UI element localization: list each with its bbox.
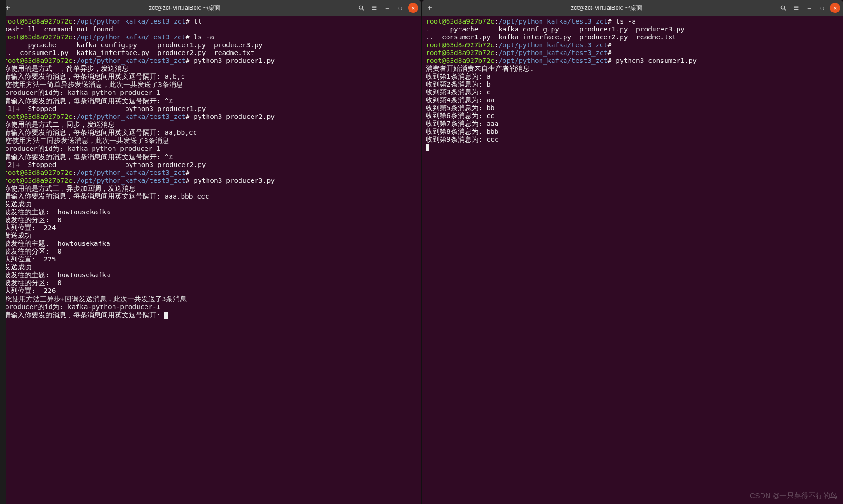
shell-prompt: root@63d8a927b72c:/opt/python_kafka/test… xyxy=(4,18,190,25)
output-line: 队列位置: 224 xyxy=(4,224,56,231)
output-line: 发送成功 xyxy=(4,232,31,239)
command-text: python3 producer2.py xyxy=(194,113,275,120)
window-title: zct@zct-VirtualBox: ~/桌面 xyxy=(17,4,352,12)
output-line: 消费者开始消费来自生产者的消息: xyxy=(426,65,534,72)
highlight-line: 您使用方法三异步+回调发送消息，此次一共发送了3条消息 xyxy=(5,295,187,303)
shell-prompt: root@63d8a927b72c:/opt/python_kafka/test… xyxy=(426,57,612,64)
output-line: .. consumer1.py kafka_interface.py produ… xyxy=(426,33,676,41)
output-line: 请输入你要发的消息，每条消息间用英文逗号隔开: a,b,c xyxy=(4,73,185,80)
output-line: 被发往的分区: 0 xyxy=(4,248,62,255)
svg-point-1 xyxy=(781,6,785,9)
output-line: 发送成功 xyxy=(4,200,31,208)
highlight-box-green: 您使用方法二同步发送消息，此次一共发送了3条消息producer的id为: ka… xyxy=(4,137,170,153)
output-line: 被发往的主题: howtousekafka xyxy=(4,271,110,279)
output-line: 请输入你要发的消息，每条消息间用英文逗号隔开: aa,bb,cc xyxy=(4,129,197,136)
output-line: 队列位置: 225 xyxy=(4,255,56,263)
terminal-window-left: zct@zct-VirtualBox: ~/桌面 – ▢ ✕ root@63d8… xyxy=(0,0,421,504)
output-line: . __pycache__ kafka_config.py producer1.… xyxy=(4,41,263,49)
shell-prompt: root@63d8a927b72c:/opt/python_kafka/test… xyxy=(4,169,190,176)
terminal-window-right: zct@zct-VirtualBox: ~/桌面 – ▢ ✕ root@63d8… xyxy=(422,0,843,504)
output-line: [2]+ Stopped python3 producer2.py xyxy=(4,161,206,168)
output-line: 被发往的分区: 0 xyxy=(4,279,62,286)
titlebar-right: zct@zct-VirtualBox: ~/桌面 – ▢ ✕ xyxy=(422,0,843,16)
menu-button[interactable] xyxy=(791,3,801,13)
shell-prompt: root@63d8a927b72c:/opt/python_kafka/test… xyxy=(4,177,190,184)
output-line: . __pycache__ kafka_config.py producer1.… xyxy=(426,25,685,33)
hamburger-icon xyxy=(793,5,799,11)
maximize-button[interactable]: ▢ xyxy=(395,3,405,13)
output-line: 你使用的是方式一，简单异步，发送消息 xyxy=(4,65,129,72)
command-text: python3 producer1.py xyxy=(194,57,275,64)
output-line: 被发往的主题: howtousekafka xyxy=(4,208,110,216)
highlight-line: 您使用方法二同步发送消息，此次一共发送了3条消息 xyxy=(5,137,169,145)
highlight-line: producer的id为: kafka-python-producer-1 xyxy=(5,89,183,97)
output-line: bash: ll: command not found xyxy=(4,25,113,33)
command-text: python3 producer3.py xyxy=(194,177,275,184)
search-icon xyxy=(780,5,786,11)
search-button[interactable] xyxy=(778,3,788,13)
output-line: 你使用的是方式三，异步加回调，发送消息 xyxy=(4,185,136,192)
command-text: ls -a xyxy=(194,33,214,41)
output-line: 队列位置: 226 xyxy=(4,287,56,294)
output-line: 你使用的是方式二，同步，发送消息 xyxy=(4,121,115,128)
output-line: 收到第7条消息为: aaa xyxy=(426,120,498,127)
search-button[interactable] xyxy=(356,3,366,13)
output-line: .. consumer1.py kafka_interface.py produ… xyxy=(4,49,254,56)
output-line: 发送成功 xyxy=(4,263,31,271)
output-line: 请输入你要发的消息，每条消息间用英文逗号隔开: ^Z xyxy=(4,153,173,161)
highlight-line: producer的id为: kafka-python-producer-1 xyxy=(5,145,169,153)
watermark: CSDN @一只菜得不行的鸟 xyxy=(750,492,837,500)
shell-prompt: root@63d8a927b72c:/opt/python_kafka/test… xyxy=(4,113,190,120)
minimize-button[interactable]: – xyxy=(804,3,814,13)
close-button[interactable]: ✕ xyxy=(830,3,840,13)
menu-button[interactable] xyxy=(369,3,379,13)
hamburger-icon xyxy=(371,5,377,11)
new-tab-button[interactable] xyxy=(425,3,435,13)
command-text: python3 consumer1.py xyxy=(616,57,697,64)
shell-prompt: root@63d8a927b72c:/opt/python_kafka/test… xyxy=(426,18,612,25)
shell-prompt: root@63d8a927b72c:/opt/python_kafka/test… xyxy=(426,41,612,49)
highlight-box-red: 您使用方法一简单异步发送消息，此次一共发送了3条消息producer的id为: … xyxy=(4,81,184,97)
output-line: 请输入你要发的消息，每条消息间用英文逗号隔开: aaa,bbb,ccc xyxy=(4,193,209,200)
highlight-box-blue: 您使用方法三异步+回调发送消息，此次一共发送了3条消息producer的id为:… xyxy=(4,295,188,311)
cursor xyxy=(426,144,429,151)
output-line: 收到第8条消息为: bbb xyxy=(426,128,498,135)
titlebar-left: zct@zct-VirtualBox: ~/桌面 – ▢ ✕ xyxy=(0,0,421,16)
cursor xyxy=(164,312,168,319)
terminal-body-left[interactable]: root@63d8a927b72c:/opt/python_kafka/test… xyxy=(0,16,421,504)
output-line: [1]+ Stopped python3 producer1.py xyxy=(4,105,206,112)
output-line: 收到第6条消息为: cc xyxy=(426,112,495,119)
close-button[interactable]: ✕ xyxy=(408,3,418,13)
shell-prompt: root@63d8a927b72c:/opt/python_kafka/test… xyxy=(4,57,190,64)
minimize-button[interactable]: – xyxy=(382,3,392,13)
plus-icon xyxy=(427,5,433,11)
output-line: 收到第5条消息为: bb xyxy=(426,104,495,112)
output-line: 收到第4条消息为: aa xyxy=(426,96,495,104)
highlight-line: 您使用方法一简单异步发送消息，此次一共发送了3条消息 xyxy=(5,81,183,89)
output-line: 收到第9条消息为: ccc xyxy=(426,136,498,143)
terminal-body-right[interactable]: root@63d8a927b72c:/opt/python_kafka/test… xyxy=(422,16,843,504)
output-line: 请输入你要发的消息，每条消息间用英文逗号隔开: xyxy=(4,311,164,319)
shell-prompt: root@63d8a927b72c:/opt/python_kafka/test… xyxy=(426,49,612,56)
output-line: 收到第1条消息为: a xyxy=(426,73,491,80)
command-text: ll xyxy=(194,18,201,25)
svg-point-0 xyxy=(359,6,363,9)
dock-sliver xyxy=(0,0,6,504)
search-icon xyxy=(358,5,365,11)
output-line: 被发往的分区: 0 xyxy=(4,216,62,224)
output-line: 收到第2条消息为: b xyxy=(426,81,491,88)
maximize-button[interactable]: ▢ xyxy=(817,3,827,13)
shell-prompt: root@63d8a927b72c:/opt/python_kafka/test… xyxy=(4,33,190,41)
output-line: 收到第3条消息为: c xyxy=(426,88,491,96)
highlight-line: producer的id为: kafka-python-producer-1 xyxy=(5,303,187,311)
output-line: 请输入你要发的消息，每条消息间用英文逗号隔开: ^Z xyxy=(4,97,173,105)
output-line: 被发往的主题: howtousekafka xyxy=(4,240,110,247)
window-title: zct@zct-VirtualBox: ~/桌面 xyxy=(439,4,774,12)
command-text: ls -a xyxy=(616,18,636,25)
desktop: zct@zct-VirtualBox: ~/桌面 – ▢ ✕ root@63d8… xyxy=(0,0,843,504)
